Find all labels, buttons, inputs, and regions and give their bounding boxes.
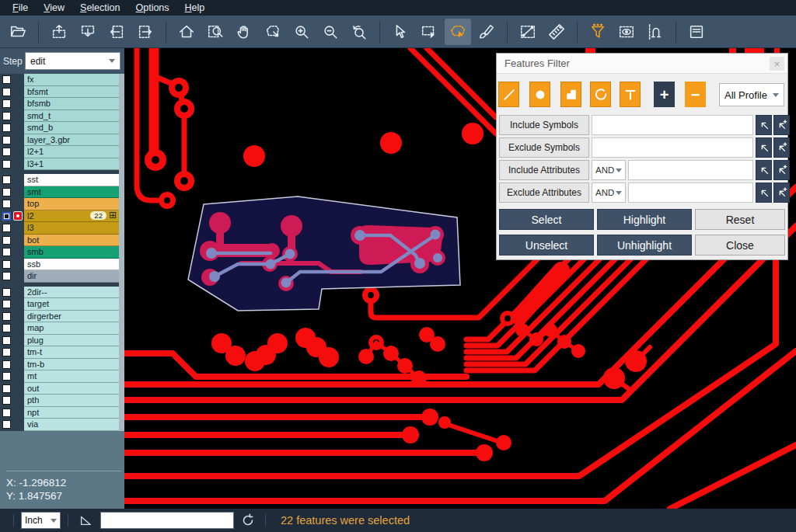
layer-checkbox-smt[interactable] <box>2 188 11 196</box>
exclude-symbols-input[interactable] <box>592 137 753 158</box>
layer-name-cell[interactable]: map <box>24 322 119 335</box>
exclude-attributes-input[interactable] <box>628 183 753 203</box>
layer-checkbox-smd_t[interactable] <box>2 112 11 120</box>
layer-name-cell[interactable]: smd_t <box>24 110 119 123</box>
layer-name-cell[interactable]: bfsmt <box>24 86 119 99</box>
layer-name-cell[interactable]: top <box>24 198 119 210</box>
line-shape-button[interactable] <box>498 82 519 107</box>
grid-icon[interactable]: ⊞ <box>109 211 117 220</box>
dialog-titlebar[interactable]: Features Filter × <box>497 54 787 74</box>
command-input[interactable] <box>100 512 234 529</box>
layer-checkbox-dir[interactable] <box>2 272 11 280</box>
units-dropdown[interactable]: Inch <box>21 512 61 529</box>
layers-table-icon[interactable] <box>683 19 710 45</box>
pick-from-canvas-button[interactable] <box>756 183 772 203</box>
layer-checkbox-l3[interactable] <box>2 224 11 232</box>
features-filter-icon[interactable] <box>585 19 611 45</box>
layer-checkbox-layer_3.gbr[interactable] <box>2 136 11 144</box>
layer-checkbox-map[interactable] <box>2 324 11 332</box>
layer-name-cell[interactable]: ssb <box>24 259 119 271</box>
unselect-button[interactable]: Unselect <box>499 235 594 256</box>
select-button[interactable]: Select <box>499 209 594 230</box>
export-up-icon[interactable] <box>46 19 72 45</box>
angle-measure-icon[interactable] <box>79 513 93 527</box>
import-down-icon[interactable] <box>75 19 101 45</box>
zoom-in-icon[interactable] <box>288 19 315 45</box>
surface-shape-button[interactable] <box>560 82 581 107</box>
layer-checkbox-tm-t[interactable] <box>2 348 11 356</box>
measure-line-icon[interactable] <box>515 19 541 45</box>
layer-name-cell[interactable]: 2dir-- <box>24 287 119 299</box>
layer-name-cell[interactable]: plug <box>24 335 119 347</box>
pan-hand-icon[interactable] <box>231 19 257 45</box>
layer-name-cell[interactable]: smb <box>24 246 119 259</box>
layer-checkbox-mt[interactable] <box>2 372 11 381</box>
layer-checkbox-fx[interactable] <box>2 75 11 84</box>
exclude-attributes-operator-dropdown[interactable]: AND <box>592 183 626 203</box>
layer-name-cell[interactable]: layer_3.gbr <box>24 134 119 147</box>
layer-checkbox-tm-b[interactable] <box>2 360 11 369</box>
layer-checkbox-smd_b[interactable] <box>2 123 11 132</box>
layer-name-cell[interactable]: l3+1 <box>24 158 119 171</box>
zoom-area-icon[interactable] <box>202 19 229 45</box>
select-cursor-icon[interactable] <box>387 19 414 45</box>
include-attributes-input[interactable] <box>628 160 753 180</box>
pick-add-from-canvas-button[interactable] <box>773 183 790 203</box>
layer-name-cell[interactable]: bfsmb <box>24 98 119 110</box>
measure-ruler-icon[interactable] <box>543 19 570 45</box>
pick-from-canvas-button[interactable] <box>756 115 772 135</box>
arc-shape-button[interactable] <box>590 82 611 107</box>
layer-checkbox-plug[interactable] <box>2 336 11 345</box>
layer-checkbox-via[interactable] <box>2 420 11 429</box>
add-mode-button[interactable]: + <box>654 82 675 107</box>
layer-name-cell[interactable]: dir <box>24 270 119 283</box>
zoom-polygon-icon[interactable] <box>260 19 286 45</box>
layer-name-cell[interactable]: smt <box>24 186 119 199</box>
layer-checkbox-bot[interactable] <box>2 236 11 245</box>
step-dropdown[interactable]: edit <box>25 52 120 70</box>
shift-right-icon[interactable] <box>132 19 159 45</box>
layer-name-cell[interactable]: tm-t <box>24 346 119 359</box>
menu-help[interactable]: Help <box>177 2 213 14</box>
layer-checkbox-l3+1[interactable] <box>2 160 11 169</box>
include-symbols-input[interactable] <box>592 115 753 135</box>
layer-checkbox-pth[interactable] <box>2 396 11 405</box>
layer-checkbox-bfsmt[interactable] <box>2 88 11 96</box>
view-options-icon[interactable] <box>613 19 640 45</box>
shift-left-icon[interactable] <box>103 19 130 45</box>
zoom-out-icon[interactable] <box>317 19 344 45</box>
profile-dropdown[interactable]: All Profile <box>719 83 784 106</box>
layer-name-cell[interactable]: via <box>24 419 119 431</box>
remove-mode-button[interactable]: − <box>685 82 706 107</box>
pick-add-from-canvas-button[interactable] <box>773 115 790 135</box>
include-symbols-button[interactable]: Include Symbols <box>499 115 589 135</box>
text-shape-button[interactable] <box>620 82 641 107</box>
highlight-button[interactable]: Highlight <box>597 209 692 230</box>
zoom-previous-icon[interactable] <box>346 19 372 45</box>
layer-name-cell[interactable]: smd_b <box>24 122 119 134</box>
menu-view[interactable]: View <box>36 2 72 14</box>
layer-checkbox-target[interactable] <box>2 300 11 308</box>
menu-selection[interactable]: Selection <box>72 2 127 14</box>
pick-add-from-canvas-button[interactable] <box>773 137 790 158</box>
layer-name-cell[interactable]: out <box>24 383 119 395</box>
close-icon[interactable]: × <box>770 57 784 71</box>
layer-name-cell[interactable]: fx <box>24 74 119 86</box>
include-attributes-operator-dropdown[interactable]: AND <box>592 160 626 180</box>
pad-shape-button[interactable] <box>529 82 550 107</box>
pick-from-canvas-button[interactable] <box>756 160 772 180</box>
snap-icon[interactable] <box>642 19 669 45</box>
layer-name-cell[interactable]: mt <box>24 370 119 383</box>
layer-name-cell[interactable]: pth <box>24 395 119 407</box>
layer-name-cell[interactable]: l222⊞ <box>24 210 119 223</box>
select-rect-icon[interactable] <box>416 19 442 45</box>
pick-from-canvas-button[interactable] <box>756 137 772 158</box>
layer-checkbox-sst[interactable] <box>2 176 11 184</box>
layer-name-cell[interactable]: l2+1 <box>24 146 119 158</box>
layer-list-scrollbar[interactable] <box>119 74 124 433</box>
layer-checkbox-ssb[interactable] <box>2 260 11 269</box>
layer-checkbox-bfsmb[interactable] <box>2 99 11 108</box>
menu-file[interactable]: File <box>5 2 36 14</box>
layer-checkbox-dirgerber[interactable] <box>2 312 11 321</box>
layer-name-cell[interactable]: dirgerber <box>24 311 119 323</box>
